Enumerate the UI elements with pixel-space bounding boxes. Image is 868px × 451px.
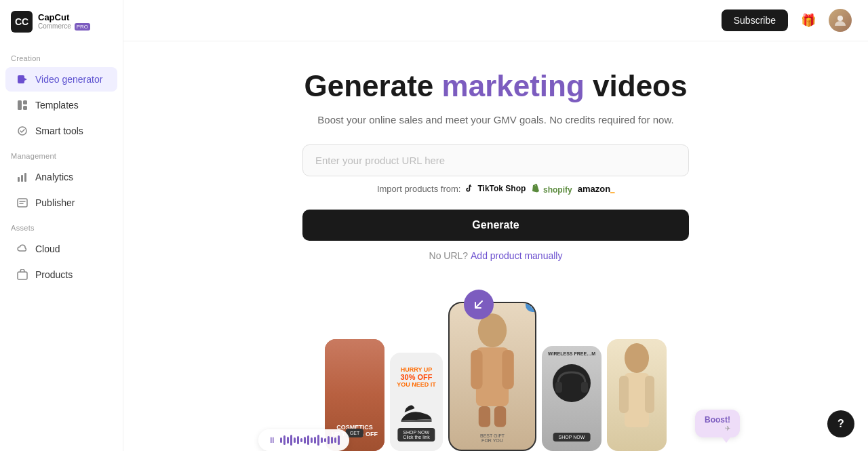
products-icon [16,269,28,281]
subscribe-button[interactable]: Subscribe [722,9,788,31]
card2-cta: SHOP NOWClick the link [397,428,435,442]
svg-rect-4 [18,100,22,110]
audio-bar: ⏸ [258,429,349,451]
import-row: Import products from: TikTok Shop shopif… [377,183,614,195]
center-card-text: BEST GIFTFOR YOU [452,433,532,443]
url-input[interactable] [302,144,689,176]
header: Subscribe 🎁 [123,0,868,41]
svg-marker-3 [24,78,27,81]
svg-rect-25 [619,376,629,413]
preview-card-5 [607,339,667,451]
management-section-label: Management [0,144,123,164]
boost-chat-bubble: Boost! ✈ [695,410,740,437]
assets-section-label: Assets [0,216,123,236]
amazon-logo: amazon▁ [578,184,614,194]
capcut-logo-icon: CC [11,11,33,33]
svg-rect-5 [23,100,27,104]
sidebar-item-products[interactable]: Products [5,262,117,287]
cloud-icon [16,243,28,255]
svg-rect-10 [24,173,26,182]
sidebar-item-analytics[interactable]: Analytics [5,165,117,189]
svg-rect-17 [502,350,513,389]
svg-rect-21 [555,382,562,393]
sidebar-item-video-generator[interactable]: Video generator [5,67,117,92]
svg-point-13 [837,16,843,21]
sidebar-item-cloud[interactable]: Cloud [5,237,117,261]
gift-icon[interactable]: 🎁 [796,8,821,33]
card2-sale-text: HURRY UP30% OFFYOU NEED IT [393,366,440,388]
templates-label: Templates [35,100,79,111]
main-content: Subscribe 🎁 Generate marketing videos Bo… [123,0,868,451]
shopify-logo: shopify [531,183,572,195]
preview-card-4: WIRELESS FREE…M SHOP NOW [542,346,601,451]
analytics-label: Analytics [35,172,73,182]
sidebar-item-smart-tools[interactable]: Smart tools [5,119,117,143]
smart-tools-label: Smart tools [35,125,83,136]
svg-rect-11 [18,199,27,207]
generate-button[interactable]: Generate [302,210,689,241]
svg-point-23 [625,343,649,373]
fashion-silhouette [607,339,667,451]
sidebar-item-templates[interactable]: Templates [5,93,117,117]
chat-bubble-tail [722,437,730,443]
svg-rect-6 [23,106,27,110]
help-icon: ? [837,418,844,430]
import-label: Import products from: [377,184,461,194]
svg-rect-18 [479,406,490,427]
brand-name: CapCut Commerce PRO [38,13,90,31]
headphones-image [551,363,592,404]
export-icon-circle [464,290,494,319]
url-input-container [302,144,689,176]
video-generator-icon [16,73,28,85]
svg-rect-8 [18,177,20,182]
waveform [280,435,340,446]
avatar[interactable] [829,9,852,32]
content-area: Generate marketing videos Boost your onl… [123,41,868,451]
preview-area: COSMETICSUP TO 20% OFF GET HURRY UP30% O… [258,277,733,451]
sneaker-image [398,400,435,427]
templates-icon [16,99,28,111]
card4-title: WIRELESS FREE…M [545,351,599,356]
card4-cta: SHOP NOW [553,433,591,442]
no-url-label: No URL? [429,250,469,261]
pause-icon: ⏸ [268,435,276,445]
svg-rect-12 [18,272,27,279]
sidebar-item-publisher[interactable]: Publisher [5,191,117,215]
publisher-icon [16,197,28,209]
sidebar: CC CapCut Commerce PRO Creation Video ge… [0,0,123,451]
svg-rect-19 [494,406,506,427]
creation-section-label: Creation [0,46,123,66]
svg-rect-16 [471,350,482,389]
cloud-label: Cloud [35,243,60,254]
products-label: Products [35,269,73,280]
svg-text:CC: CC [15,16,28,27]
video-generator-label: Video generator [35,74,102,85]
analytics-icon [16,171,28,183]
hero-subtitle: Boost your online sales and meet your GM… [317,114,673,125]
logo: CC CapCut Commerce PRO [0,11,123,46]
svg-rect-22 [581,382,588,393]
svg-rect-2 [18,75,24,83]
add-product-manually-link[interactable]: Add product manually [471,250,562,261]
svg-rect-9 [21,175,23,182]
hero-title: Generate marketing videos [304,68,688,104]
svg-rect-26 [645,376,654,413]
help-button[interactable]: ? [827,410,854,437]
smart-tools-icon [16,125,28,137]
tiktok-logo: TikTok Shop [466,184,526,193]
no-url-row: No URL? Add product manually [429,250,563,261]
publisher-label: Publisher [35,197,75,208]
model-silhouette [456,310,528,429]
preview-card-2: HURRY UP30% OFFYOU NEED IT SHOP NOWClick… [390,353,443,451]
preview-card-center: ▶ BEST GIFTFOR YOU [448,302,536,451]
